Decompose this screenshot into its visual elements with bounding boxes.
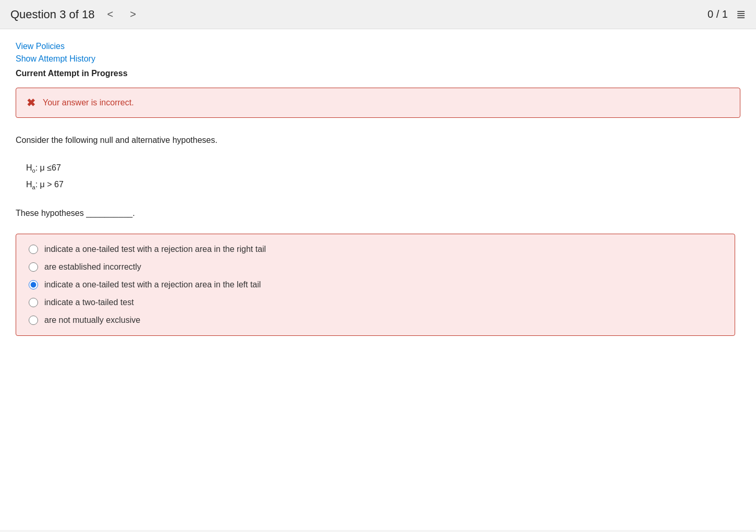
- top-bar-right: 0 / 1 ≣: [708, 8, 746, 21]
- answer-label-3[interactable]: indicate a one-tailed test with a reject…: [44, 280, 261, 289]
- question-intro: Consider the following null and alternat…: [16, 134, 740, 147]
- top-bar: Question 3 of 18 < > 0 / 1 ≣: [0, 0, 756, 29]
- answer-option-4: indicate a two-tailed test: [29, 298, 722, 307]
- answer-label-4[interactable]: indicate a two-tailed test: [44, 298, 134, 307]
- h0-line: Ho: μ ≤67: [26, 160, 740, 176]
- question-title: Question 3 of 18: [10, 8, 94, 21]
- radio-5[interactable]: [29, 316, 38, 325]
- menu-icon[interactable]: ≣: [736, 8, 746, 21]
- answer-option-5: are not mutually exclusive: [29, 316, 722, 325]
- radio-3[interactable]: [29, 280, 38, 289]
- ha-line: Ha: μ > 67: [26, 176, 740, 193]
- prev-button[interactable]: <: [103, 7, 117, 21]
- score-label: 0 / 1: [708, 8, 728, 20]
- answer-label-1[interactable]: indicate a one-tailed test with a reject…: [44, 245, 266, 254]
- answer-option-2: are established incorrectly: [29, 262, 722, 272]
- radio-4[interactable]: [29, 298, 38, 307]
- hypothesis-block: Ho: μ ≤67 Ha: μ > 67: [26, 160, 740, 193]
- answer-label-5[interactable]: are not mutually exclusive: [44, 316, 140, 325]
- question-stem: These hypotheses __________.: [16, 209, 740, 218]
- incorrect-text: Your answer is incorrect.: [43, 98, 134, 107]
- next-button[interactable]: >: [126, 7, 140, 21]
- answers-box: indicate a one-tailed test with a reject…: [16, 234, 735, 336]
- radio-2[interactable]: [29, 262, 38, 272]
- answer-option-1: indicate a one-tailed test with a reject…: [29, 245, 722, 254]
- view-policies-link[interactable]: View Policies: [16, 42, 740, 51]
- answer-option-3: indicate a one-tailed test with a reject…: [29, 280, 722, 289]
- radio-1[interactable]: [29, 245, 38, 254]
- content-area: View Policies Show Attempt History Curre…: [0, 29, 756, 530]
- answer-label-2[interactable]: are established incorrectly: [44, 262, 141, 272]
- show-attempt-history-link[interactable]: Show Attempt History: [16, 54, 740, 64]
- incorrect-box: ✖ Your answer is incorrect.: [16, 88, 740, 118]
- incorrect-icon: ✖: [27, 96, 35, 109]
- current-attempt-label: Current Attempt in Progress: [16, 69, 740, 78]
- top-bar-left: Question 3 of 18 < >: [10, 7, 140, 21]
